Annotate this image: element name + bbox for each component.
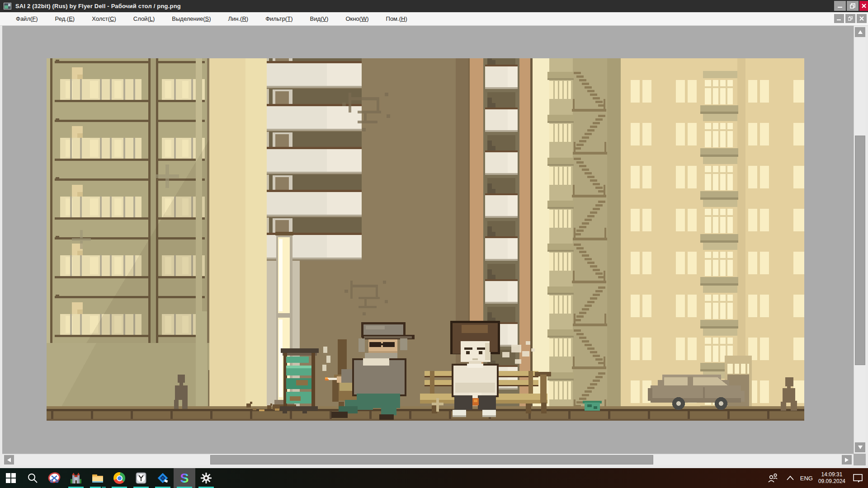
minimize-button[interactable] xyxy=(834,1,846,11)
chrome-icon xyxy=(113,472,125,484)
titlebar: SAI 2 (32bit) (Rus) by Flyer Dell - Рабо… xyxy=(0,0,868,12)
scissors-icon xyxy=(48,472,61,484)
menu-canvas[interactable]: Холст(C) xyxy=(83,15,125,22)
language-indicator[interactable]: ENG xyxy=(800,475,813,482)
scroll-right-button[interactable] xyxy=(842,455,852,465)
close-button[interactable] xyxy=(859,1,868,11)
tray-time: 14:09:31 xyxy=(818,471,845,478)
taskbar: S xyxy=(0,468,868,488)
folder-icon xyxy=(91,472,104,484)
app-icon xyxy=(4,3,11,9)
windows-logo-icon xyxy=(5,473,16,483)
minimize-icon xyxy=(837,3,843,9)
menu-edit[interactable]: Ред.(E) xyxy=(47,15,84,22)
child-restore-button[interactable] xyxy=(845,14,855,23)
menu-filter[interactable]: Фильтр(T) xyxy=(257,15,301,22)
window-title: SAI 2 (32bit) (Rus) by Flyer Dell - Рабо… xyxy=(15,3,181,9)
menu-line[interactable]: Лин.(R) xyxy=(220,15,257,22)
horizontal-scrollbar-thumb[interactable] xyxy=(210,455,653,465)
horizontal-scrollbar[interactable] xyxy=(2,454,854,465)
search-icon xyxy=(27,473,38,483)
menu-file[interactable]: Файл(F) xyxy=(7,15,47,22)
taskbar-icon-snipping-app[interactable] xyxy=(43,468,65,488)
desktop-screen: SAI 2 (32bit) (Rus) by Flyer Dell - Рабо… xyxy=(0,0,868,488)
tray-date: 09.09.2024 xyxy=(818,478,845,485)
canvas-image[interactable] xyxy=(47,58,804,421)
sai2-icon: S xyxy=(180,472,189,485)
vertical-scrollbar-thumb[interactable] xyxy=(855,136,865,365)
taskbar-icon-chrome[interactable] xyxy=(108,468,130,488)
clock-icon xyxy=(135,472,147,484)
taskbar-icon-settings[interactable] xyxy=(195,468,217,488)
menu-selection[interactable]: Выделение(S) xyxy=(163,15,219,22)
gear-icon xyxy=(200,472,212,484)
green-bin xyxy=(583,401,602,411)
tray-clock[interactable]: 14:09:31 09.09.2024 xyxy=(818,471,845,485)
menu-view[interactable]: Вид(V) xyxy=(302,15,337,22)
taskbar-icon-file-explorer[interactable] xyxy=(87,468,108,488)
window-frame-right xyxy=(866,26,868,468)
menubar: Файл(F) Ред.(E) Холст(C) Слой(L) Выделен… xyxy=(0,12,868,26)
menu-help[interactable]: Пом.(H) xyxy=(377,15,416,22)
castle-icon xyxy=(70,472,82,484)
diamond-icon xyxy=(156,472,169,484)
scroll-down-button[interactable] xyxy=(855,442,865,452)
start-button[interactable] xyxy=(0,468,22,488)
taskbar-icon-sai2[interactable]: S xyxy=(174,468,195,488)
close-icon xyxy=(861,3,867,9)
system-tray: ENG 14:09:31 09.09.2024 xyxy=(768,468,868,488)
taskbar-icon-diamond-app[interactable] xyxy=(152,468,174,488)
scroll-up-button[interactable] xyxy=(855,27,865,37)
scroll-left-button[interactable] xyxy=(4,455,14,465)
restore-icon xyxy=(850,3,855,9)
window-frame-left xyxy=(0,26,2,468)
taskbar-icon-clock-app[interactable] xyxy=(130,468,152,488)
menu-window[interactable]: Окно(W) xyxy=(337,15,377,22)
vertical-scrollbar[interactable] xyxy=(854,26,866,454)
notification-icon[interactable] xyxy=(853,473,863,483)
people-icon[interactable] xyxy=(768,473,779,483)
restore-button[interactable] xyxy=(847,1,859,11)
taskbar-search[interactable] xyxy=(22,468,43,488)
pixel-art-scene xyxy=(47,58,804,421)
tray-chevron-icon[interactable] xyxy=(786,475,795,481)
child-close-button[interactable] xyxy=(857,14,867,23)
taskbar-icon-castle-game[interactable] xyxy=(65,468,87,488)
menu-layer[interactable]: Слой(L) xyxy=(125,15,164,22)
child-minimize-button[interactable] xyxy=(834,14,844,23)
